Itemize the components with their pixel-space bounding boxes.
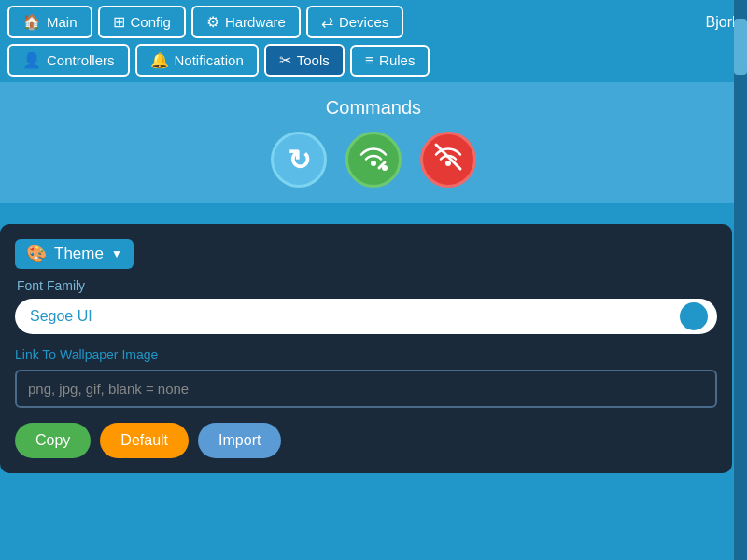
commands-area: Commands ↻ [0, 82, 747, 203]
chevron-down-icon: ▼ [111, 247, 122, 260]
tab-devices-label: Devices [339, 14, 388, 30]
font-circle-button[interactable] [680, 302, 708, 330]
top-nav-row1: 🏠 Main ⊞ Config ⚙ Hardware ⇄ Devices Bjo… [0, 0, 747, 44]
hardware-icon: ⚙ [206, 13, 219, 31]
tab-tools[interactable]: ✂ Tools [264, 44, 345, 77]
controllers-icon: 👤 [22, 51, 41, 69]
commands-icons: ↻ [15, 132, 732, 188]
copy-button[interactable]: Copy [15, 423, 91, 458]
wifi-off-button[interactable] [420, 132, 476, 188]
svg-point-0 [382, 165, 388, 171]
tab-tools-label: Tools [297, 52, 330, 68]
top-nav-row2: 👤 Controllers 🔔 Notification ✂ Tools ≡ R… [0, 44, 747, 82]
tools-icon: ✂ [279, 51, 291, 69]
scrollbar[interactable] [734, 0, 747, 560]
import-button[interactable]: Import [198, 423, 281, 458]
config-icon: ⊞ [113, 13, 125, 31]
tab-config[interactable]: ⊞ Config [98, 6, 186, 38]
reload-icon: ↻ [288, 144, 311, 176]
action-buttons: Copy Default Import [15, 423, 717, 458]
wifi-on-button[interactable] [345, 132, 402, 188]
wifi-off-icon [431, 140, 465, 179]
font-family-label: Font Family [15, 278, 717, 293]
wallpaper-label: Link To Wallpaper Image [15, 347, 717, 362]
tab-main[interactable]: 🏠 Main [7, 6, 92, 38]
tab-notification-label: Notification [175, 52, 244, 68]
commands-title: Commands [15, 97, 732, 119]
theme-panel: 🎨 Theme ▼ Font Family Link To Wallpaper … [0, 224, 732, 473]
notification-icon: 🔔 [150, 51, 169, 69]
font-family-input[interactable] [30, 308, 680, 325]
tab-hardware-label: Hardware [225, 14, 286, 30]
tab-devices[interactable]: ⇄ Devices [306, 6, 403, 38]
reload-button[interactable]: ↻ [271, 132, 327, 188]
tab-notification[interactable]: 🔔 Notification [135, 44, 259, 77]
font-family-input-row [15, 299, 717, 334]
wifi-on-icon [357, 140, 390, 179]
wallpaper-input[interactable] [15, 370, 717, 408]
tab-rules-label: Rules [379, 52, 415, 68]
theme-dropdown-button[interactable]: 🎨 Theme ▼ [15, 239, 134, 269]
tab-controllers[interactable]: 👤 Controllers [7, 44, 130, 77]
tab-config-label: Config [131, 14, 171, 30]
tab-rules[interactable]: ≡ Rules [350, 45, 430, 77]
palette-icon: 🎨 [26, 244, 47, 264]
tab-hardware[interactable]: ⚙ Hardware [191, 6, 301, 38]
rules-icon: ≡ [365, 52, 374, 69]
tab-main-label: Main [47, 14, 78, 30]
home-icon: 🏠 [22, 13, 41, 31]
default-button[interactable]: Default [100, 423, 189, 458]
tab-controllers-label: Controllers [47, 52, 115, 68]
devices-icon: ⇄ [321, 13, 333, 31]
theme-label: Theme [54, 245, 104, 263]
scrollbar-thumb[interactable] [734, 19, 747, 75]
